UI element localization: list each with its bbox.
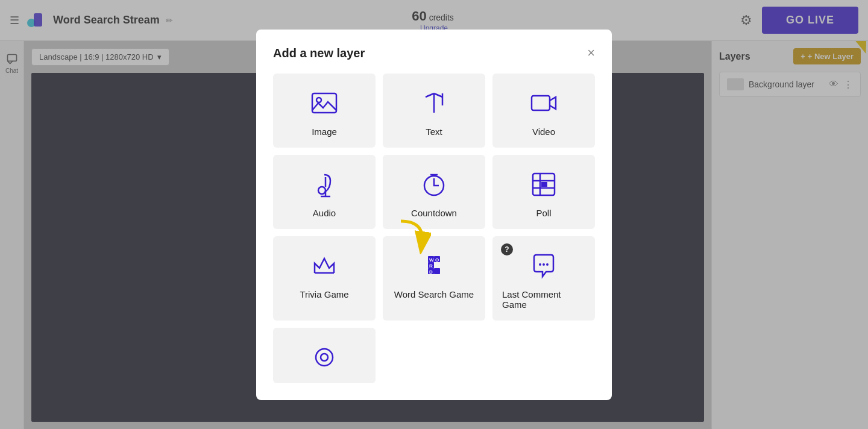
svg-text:O: O <box>435 257 439 263</box>
poll-layer-icon <box>529 169 558 199</box>
layer-option-text[interactable]: Text <box>383 74 485 148</box>
layer-option-lastcomment[interactable]: ? Last Comment Game <box>492 236 595 321</box>
svg-point-30 <box>542 263 545 266</box>
wordsearch-layer-icon: W O R D <box>420 251 448 281</box>
svg-text:D: D <box>429 269 433 275</box>
layer-option-poll[interactable]: Poll <box>492 155 595 229</box>
modal-close-button[interactable]: × <box>587 46 595 60</box>
layer-option-wordsearch[interactable]: W O R D Word Search Game <box>383 236 485 321</box>
scene-layer-icon <box>310 342 339 372</box>
svg-line-8 <box>434 93 442 97</box>
image-label: Image <box>312 127 337 137</box>
svg-point-11 <box>318 187 326 194</box>
wordsearch-label: Word Search Game <box>394 289 474 299</box>
layer-options-grid: Image Text <box>273 74 595 400</box>
modal-title: Add a new layer <box>273 46 365 60</box>
modal-header: Add a new layer × <box>273 46 595 60</box>
svg-point-5 <box>316 98 321 102</box>
svg-point-33 <box>321 354 328 361</box>
svg-rect-23 <box>434 268 440 274</box>
modal-overlay: Add a new layer × Image <box>0 0 868 429</box>
layer-option-image[interactable]: Image <box>273 74 376 148</box>
question-mark: ? <box>505 245 509 254</box>
svg-text:W: W <box>429 257 434 263</box>
svg-point-31 <box>546 263 549 266</box>
layer-option-scene[interactable] <box>273 328 376 383</box>
lastcomment-label: Last Comment Game <box>502 289 585 310</box>
svg-point-29 <box>539 263 541 266</box>
lastcomment-layer-icon <box>529 251 558 281</box>
question-badge: ? <box>501 243 513 255</box>
countdown-label: Countdown <box>411 208 457 218</box>
video-layer-icon <box>529 88 558 118</box>
layer-option-audio[interactable]: Audio <box>273 155 376 229</box>
trivia-layer-icon <box>310 251 339 281</box>
svg-text:R: R <box>429 263 433 269</box>
svg-rect-4 <box>312 93 336 113</box>
trivia-label: Trivia Game <box>300 289 348 299</box>
audio-layer-icon <box>310 169 339 199</box>
svg-point-32 <box>316 349 333 366</box>
layer-option-countdown[interactable]: Countdown <box>383 155 485 229</box>
svg-line-7 <box>426 93 434 97</box>
text-layer-icon <box>420 88 448 118</box>
poll-label: Poll <box>536 208 551 218</box>
svg-rect-10 <box>532 96 550 110</box>
layer-option-trivia[interactable]: Trivia Game <box>273 236 376 321</box>
image-layer-icon <box>310 88 339 118</box>
layer-option-video[interactable]: Video <box>492 74 595 148</box>
video-label: Video <box>532 127 555 137</box>
countdown-layer-icon <box>420 169 448 199</box>
svg-rect-17 <box>541 182 547 187</box>
text-label: Text <box>426 127 442 137</box>
audio-label: Audio <box>313 208 336 218</box>
add-layer-modal: Add a new layer × Image <box>256 30 612 400</box>
